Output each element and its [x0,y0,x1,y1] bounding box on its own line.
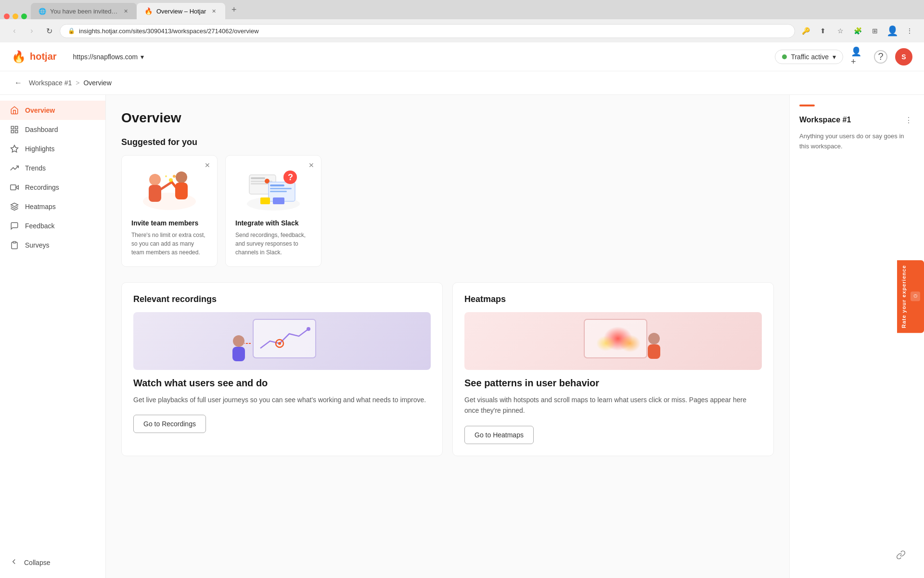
sidebar-collapse-button[interactable]: Collapse [0,552,105,572]
sidebar-item-label-overview: Overview [25,106,55,114]
invite-card-desc: There's no limit or extra cost, so you c… [131,231,207,257]
right-panel-description: Anything your users do or say goes in th… [799,131,914,152]
right-panel-menu-button[interactable]: ⋮ [903,114,914,126]
tab-active[interactable]: 🔥 Overview – Hotjar ✕ [137,3,225,19]
svg-point-44 [619,335,641,352]
home-icon [10,105,19,115]
user-avatar[interactable]: S [895,48,912,66]
sidebar-item-label-highlights: Highlights [25,145,54,153]
svg-marker-7 [11,203,18,207]
svg-point-45 [596,336,616,351]
hotjar-logo[interactable]: 🔥 hotjar [12,50,57,64]
traffic-status-label: Traffic active [791,53,829,61]
browser-nav-bar: ‹ › ↻ 🔒 insights.hotjar.com/sites/309041… [0,19,924,42]
site-selector[interactable]: https://snapflows.com ▾ [68,50,149,64]
help-button[interactable]: ? [874,50,887,64]
svg-text:?: ? [288,172,293,182]
maximize-tl[interactable] [21,13,27,19]
trending-up-icon [10,163,19,173]
back-button[interactable]: ‹ [8,24,21,38]
tab-title-1: You have been invited to join ... [50,8,119,15]
address-bar[interactable]: 🔒 insights.hotjar.com/sites/3090413/work… [60,24,795,38]
heatmaps-section-title: Heatmaps [464,294,762,304]
invite-card[interactable]: ✕ [121,155,218,267]
svg-marker-4 [11,145,18,152]
hotjar-logo-icon: 🔥 [12,50,26,64]
site-selector-arrow-icon: ▾ [141,53,144,61]
new-tab-button[interactable]: + [227,3,241,16]
extensions-icon[interactable]: 🧩 [851,24,864,38]
profile-icon[interactable]: 👤 [886,24,899,38]
sidebar-item-trends[interactable]: Trends [0,158,105,178]
sections-grid: Relevant recordings [121,282,774,456]
svg-rect-31 [260,197,270,204]
tab-close-2[interactable]: ✕ [210,7,218,15]
tab-close-1[interactable]: ✕ [123,7,129,15]
svg-rect-11 [149,185,161,202]
key-manager-icon[interactable]: 🔑 [799,24,812,38]
sidebar-item-dashboard[interactable]: Dashboard [0,120,105,139]
sidebar-item-label-surveys: Surveys [25,241,50,249]
svg-line-14 [161,182,172,189]
traffic-arrow-icon: ▾ [833,53,836,61]
right-panel-title: Workspace #1 [799,116,851,124]
svg-point-46 [648,333,660,344]
sidebar-item-heatmaps[interactable]: Heatmaps [0,197,105,216]
svg-rect-6 [11,185,16,190]
content-area: Overview Suggested for you ✕ [106,95,789,578]
go-to-recordings-button[interactable]: Go to Recordings [133,415,206,433]
minimize-tl[interactable] [13,13,18,19]
rate-experience-wrapper: Rate your experience ☺ [897,260,924,333]
tab-favicon-hotjar: 🔥 [144,7,153,15]
sidebar-item-overview[interactable]: Overview [0,101,105,120]
svg-rect-2 [11,131,13,133]
link-icon[interactable] [893,547,909,563]
heatmaps-cta-title: See patterns in user behavior [464,378,762,389]
svg-rect-26 [270,184,284,186]
suggested-section-title: Suggested for you [121,137,774,147]
top-bar-right: Traffic active ▾ 👤+ ? S [775,48,912,66]
app-container: 🔥 hotjar https://snapflows.com ▾ Traffic… [0,42,924,578]
sidebar-item-highlights[interactable]: Highlights [0,139,105,158]
sidebar-toggle-icon[interactable]: ⊞ [868,24,882,38]
sidebar-item-label-heatmaps: Heatmaps [25,203,56,210]
more-options-icon[interactable]: ⋮ [903,24,916,38]
close-tl[interactable] [4,13,10,19]
breadcrumb-current: Overview [83,79,111,87]
app-topbar: 🔥 hotjar https://snapflows.com ▾ Traffic… [0,42,924,71]
traffic-status-button[interactable]: Traffic active ▾ [775,50,843,64]
breadcrumb-workspace[interactable]: Workspace #1 [29,79,72,87]
sidebar-item-feedback[interactable]: Feedback [0,216,105,236]
heatmaps-illustration [464,312,762,370]
rate-experience-button[interactable]: Rate your experience ☺ [897,260,924,333]
sidebar-item-recordings[interactable]: Recordings [0,178,105,197]
sidebar-item-surveys[interactable]: Surveys [0,236,105,255]
collapse-label: Collapse [24,559,50,566]
slack-card[interactable]: ✕ [225,155,321,267]
sidebar-item-label-dashboard: Dashboard [25,126,58,133]
bookmark-icon[interactable]: ☆ [834,24,847,38]
sidebar-item-label-feedback: Feedback [25,222,54,230]
message-circle-icon [10,221,19,231]
right-panel-accent-bar [799,105,815,106]
suggestion-cards-container: ✕ [121,155,774,267]
go-to-heatmaps-button[interactable]: Go to Heatmaps [464,426,534,444]
svg-point-38 [233,335,244,347]
share-icon[interactable]: ⬆ [816,24,830,38]
invite-card-close-icon[interactable]: ✕ [203,160,212,170]
main-area: Overview Dashboard Highlights Trends [0,95,924,578]
refresh-button[interactable]: ↻ [42,24,56,38]
slack-card-close-icon[interactable]: ✕ [307,160,316,170]
recordings-cta-desc: Get live playbacks of full user journeys… [133,394,431,405]
sidebar-spacer [0,255,105,552]
tab-inactive[interactable]: 🌐 You have been invited to join ... ✕ [31,3,137,19]
sidebar-item-label-trends: Trends [25,164,46,172]
page-title: Overview [121,110,774,126]
forward-button[interactable]: › [25,24,38,38]
invite-illustration [131,165,207,213]
site-url: https://snapflows.com [73,53,138,61]
svg-line-15 [172,182,176,187]
sidebar-item-label-recordings: Recordings [25,184,59,191]
add-user-button[interactable]: 👤+ [851,49,866,65]
breadcrumb-back-button[interactable]: ← [12,76,25,90]
